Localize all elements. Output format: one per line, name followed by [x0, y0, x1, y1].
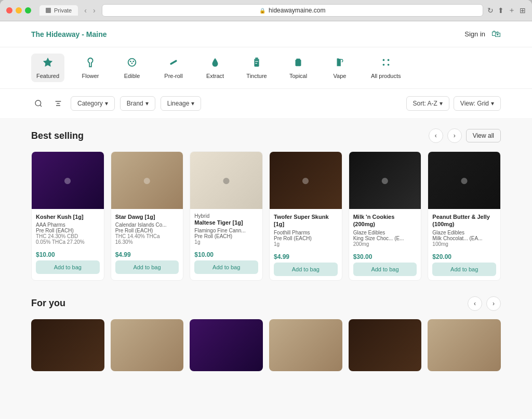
product-detail1: 200mg	[353, 241, 417, 247]
best-selling-header: Best selling ‹ › View all	[31, 128, 501, 143]
extensions-button[interactable]: ⊞	[520, 6, 526, 15]
product-price: $30.00	[349, 251, 421, 263]
product-type: Pre Roll (EACH)	[115, 228, 179, 233]
category-flower[interactable]: Flower	[75, 54, 106, 82]
category-tincture[interactable]: Tincture	[241, 54, 272, 82]
product-brand: AAA Pharms	[36, 222, 100, 228]
product-type: Milk Chocolat... (EA...	[432, 235, 496, 241]
chevron-down-icon: ▾	[440, 100, 443, 107]
product-detail2: 16.30%	[115, 239, 179, 245]
all-products-icon	[380, 57, 392, 71]
sort-button[interactable]: Sort: A-Z ▾	[406, 96, 449, 111]
category-edible[interactable]: Edible	[116, 54, 148, 82]
svg-rect-6	[296, 60, 301, 67]
sign-in-button[interactable]: Sign in	[464, 30, 485, 38]
for-you-image	[111, 319, 184, 371]
product-info: Milk 'n Cookies (200mg) Glaze Edibles Ki…	[349, 209, 421, 251]
category-vape[interactable]: Vape	[324, 54, 355, 82]
view-button[interactable]: View: Grid ▾	[454, 96, 501, 111]
product-detail1: THC 24.30% CBD	[36, 233, 100, 239]
extract-label: Extract	[206, 73, 224, 79]
product-brand: Glaze Edibles	[432, 230, 496, 235]
category-topical[interactable]: Topical	[283, 54, 314, 82]
extract-icon	[209, 57, 221, 71]
add-to-bag-button[interactable]: Add to bag	[353, 263, 417, 276]
for-you-nav: ‹ ›	[468, 296, 501, 311]
product-card[interactable]: ● Peanut Butter & Jelly (100mg) Glaze Ed…	[428, 151, 501, 281]
cart-icon[interactable]: 🛍	[491, 29, 501, 40]
for-you-item[interactable]	[31, 319, 104, 371]
product-brand: Calendar Islands Co...	[115, 222, 179, 228]
product-price: $10.00	[190, 249, 262, 260]
add-to-bag-button[interactable]: Add to bag	[36, 260, 100, 274]
for-you-item[interactable]	[111, 319, 184, 371]
view-all-button[interactable]: View all	[466, 129, 501, 142]
sort-controls: Sort: A-Z ▾ View: Grid ▾	[406, 96, 501, 111]
lock-icon: 🔒	[259, 8, 265, 14]
maximize-button[interactable]	[25, 7, 31, 14]
close-button[interactable]	[6, 7, 12, 14]
best-selling-next[interactable]: ›	[447, 128, 462, 143]
product-name: Maltese Tiger [1g]	[194, 219, 258, 226]
for-you-image	[349, 319, 422, 371]
product-card[interactable]: ● Kosher Kush [1g] AAA Pharms Pre Roll (…	[31, 151, 104, 281]
brand-filter[interactable]: Brand ▾	[120, 96, 155, 111]
product-info: Kosher Kush [1g] AAA Pharms Pre Roll (EA…	[32, 209, 104, 249]
product-name: Twofer Super Skunk [1g]	[274, 213, 338, 228]
back-button[interactable]: ‹	[82, 5, 89, 16]
share-button[interactable]: ⬆	[498, 6, 504, 15]
filter-options-button[interactable]	[51, 96, 65, 111]
forward-button[interactable]: ›	[91, 5, 98, 16]
refresh-button[interactable]: ↻	[487, 6, 494, 15]
product-info: Twofer Super Skunk [1g] Foothill Pharms …	[270, 209, 342, 251]
preroll-icon	[168, 57, 179, 71]
product-name: Milk 'n Cookies (200mg)	[353, 213, 417, 228]
product-image: ●	[32, 152, 104, 209]
svg-point-3	[131, 62, 133, 64]
minimize-button[interactable]	[16, 7, 22, 14]
product-brand: Foothill Pharms	[274, 230, 338, 235]
site-logo: The Hideaway - Maine	[31, 30, 107, 38]
for-you-item[interactable]	[190, 319, 263, 371]
add-to-bag-button[interactable]: Add to bag	[115, 260, 179, 274]
browser-actions: ↻ ⬆ ＋ ⊞	[487, 6, 526, 15]
for-you-header: For you ‹ ›	[31, 296, 501, 311]
for-you-next[interactable]: ›	[486, 296, 501, 311]
category-preroll[interactable]: Pre-roll	[158, 54, 189, 82]
product-card[interactable]: ● Hybrid Maltese Tiger [1g] Flamingo Fin…	[190, 151, 263, 281]
product-type: Pre Roll (EACH)	[194, 233, 258, 239]
topical-label: Topical	[289, 73, 307, 79]
new-tab-button[interactable]: ＋	[508, 6, 515, 15]
browser-tab[interactable]: Private	[39, 5, 78, 16]
add-to-bag-button[interactable]: Add to bag	[274, 263, 338, 276]
category-filter[interactable]: Category ▾	[71, 96, 115, 111]
chevron-down-icon: ▾	[191, 100, 194, 107]
for-you-item[interactable]	[428, 319, 501, 371]
lineage-filter[interactable]: Lineage ▾	[161, 96, 202, 111]
product-detail2: 0.05% THCa 27.20%	[36, 239, 100, 245]
for-you-item[interactable]	[269, 319, 342, 371]
address-bar[interactable]: 🔒 hideawaymaine.com	[102, 4, 483, 17]
search-button[interactable]	[31, 96, 46, 111]
tincture-icon	[251, 57, 262, 71]
for-you-prev[interactable]: ‹	[468, 296, 482, 311]
for-you-grid	[31, 319, 501, 371]
product-subtype: Hybrid	[194, 213, 258, 219]
product-card[interactable]: ● Twofer Super Skunk [1g] Foothill Pharm…	[269, 151, 342, 281]
best-selling-prev[interactable]: ‹	[429, 128, 443, 143]
add-to-bag-button[interactable]: Add to bag	[194, 260, 258, 274]
product-card[interactable]: ● Star Dawg [1g] Calendar Islands Co... …	[111, 151, 184, 281]
page-content: The Hideaway - Maine Sign in 🛍 Featured …	[0, 21, 532, 419]
product-image: ●	[111, 152, 183, 209]
add-to-bag-button[interactable]: Add to bag	[432, 263, 496, 276]
category-featured[interactable]: Featured	[31, 54, 64, 82]
svg-point-1	[130, 61, 131, 62]
browser-window: Private ‹ › 🔒 hideawaymaine.com ↻ ⬆ ＋ ⊞ …	[0, 0, 532, 419]
product-name: Kosher Kush [1g]	[36, 213, 100, 220]
product-card[interactable]: ● Milk 'n Cookies (200mg) Glaze Edibles …	[349, 151, 422, 281]
for-you-item[interactable]	[349, 319, 422, 371]
category-extract[interactable]: Extract	[200, 54, 231, 82]
edible-icon	[126, 57, 138, 71]
product-type: Pre Roll (EACH)	[274, 235, 338, 241]
category-all-products[interactable]: All products	[366, 54, 406, 82]
